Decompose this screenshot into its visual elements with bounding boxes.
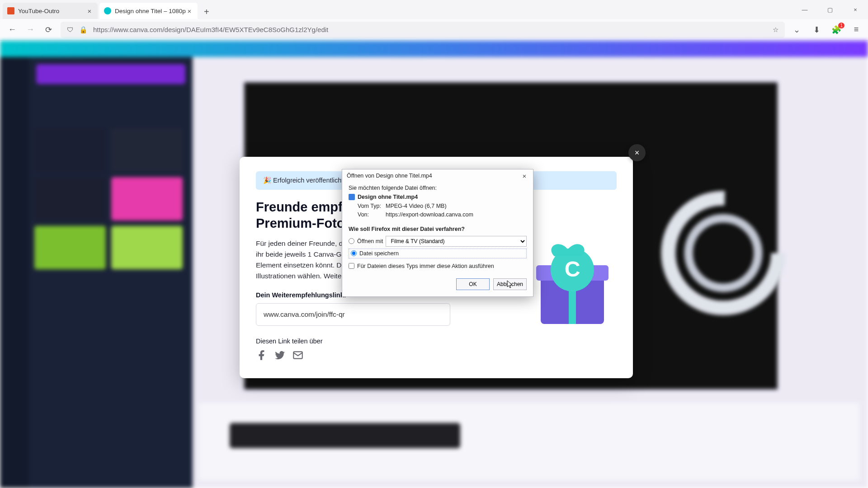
open-with-select[interactable]: Filme & TV (Standard)	[386, 236, 527, 247]
new-tab-button[interactable]: +	[199, 5, 214, 19]
tab-youtube-outro[interactable]: YouTube-Outro ×	[3, 3, 98, 19]
share-icons	[256, 349, 617, 361]
modal-close-button[interactable]: ×	[628, 144, 646, 161]
always-row[interactable]: Für Dateien dieses Typs immer diese Akti…	[349, 263, 527, 269]
save-file-radio[interactable]	[351, 250, 357, 256]
window-controls: — ▢ ×	[792, 0, 868, 19]
dialog-header: Öffnen von Design ohne Titel.mp4 ×	[342, 169, 533, 182]
minimize-button[interactable]: —	[792, 0, 817, 19]
url-text: https://www.canva.com/design/DAEuIm3fI4/…	[93, 26, 328, 33]
firefox-download-dialog: Öffnen von Design ohne Titel.mp4 × Sie m…	[342, 169, 533, 297]
save-file-label: Datei speichern	[359, 250, 399, 257]
dialog-close-button[interactable]: ×	[520, 172, 528, 180]
svg-point-0	[668, 198, 778, 308]
pocket-icon[interactable]: ⌄	[791, 24, 802, 35]
referral-link-input[interactable]: www.canva.com/join/ffc-qr	[256, 303, 450, 326]
canvas-graphic	[651, 181, 796, 325]
dialog-intro: Sie möchten folgende Datei öffnen:	[349, 185, 527, 191]
forward-button[interactable]: →	[24, 24, 36, 36]
dialog-options: Öffnen mit Filme & TV (Standard) Datei s…	[349, 236, 527, 269]
banner-text: 🎉 Erfolgreich veröffentlicht. F	[263, 177, 351, 184]
referral-link-value: www.canva.com/join/ffc-qr	[264, 310, 345, 319]
ok-button[interactable]: OK	[456, 278, 490, 290]
favicon-icon	[104, 7, 111, 14]
twitter-icon[interactable]	[274, 349, 286, 361]
dialog-buttons: OK Abbrechen	[342, 274, 533, 296]
tab-canva-design[interactable]: Design ohne Titel – 1080p ×	[99, 3, 198, 19]
address-bar[interactable]: 🛡 🔒 https://www.canva.com/design/DAEuIm3…	[61, 22, 785, 38]
close-icon[interactable]: ×	[86, 7, 93, 14]
shield-icon: 🛡	[67, 26, 74, 33]
filename-text: Design ohne Titel.mp4	[358, 194, 418, 200]
browser-toolbar: ← → ⟳ 🛡 🔒 https://www.canva.com/design/D…	[0, 19, 868, 41]
dialog-question: Wie soll Firefox mit dieser Datei verfah…	[349, 226, 527, 232]
lock-icon: 🔒	[79, 26, 88, 34]
from-label: Von:	[358, 211, 386, 219]
mail-icon[interactable]	[292, 349, 304, 361]
maximize-button[interactable]: ▢	[817, 0, 843, 19]
menu-icon[interactable]: ≡	[851, 24, 862, 35]
always-checkbox[interactable]	[349, 263, 354, 269]
close-window-button[interactable]: ×	[843, 0, 868, 19]
close-icon[interactable]: ×	[186, 7, 193, 14]
reload-button[interactable]: ⟳	[42, 24, 54, 36]
heading-line: Premium-Fotos.	[256, 216, 356, 230]
tab-label: YouTube-Outro	[18, 8, 86, 14]
cancel-button[interactable]: Abbrechen	[493, 278, 527, 290]
dialog-title: Öffnen von Design ohne Titel.mp4	[347, 173, 520, 179]
share-via-label: Diesen Link teilen über	[256, 338, 617, 345]
extension-icon[interactable]: 🧩1	[831, 24, 842, 35]
gift-illustration: C	[527, 234, 618, 328]
bookmark-icon[interactable]: ☆	[773, 26, 778, 34]
toolbar-icons: ⌄ ⬇ 🧩1 ≡	[791, 24, 862, 35]
open-with-row[interactable]: Öffnen mit Filme & TV (Standard)	[349, 236, 527, 247]
extension-badge: 1	[838, 23, 844, 28]
svg-text:C: C	[565, 257, 580, 281]
window-titlebar: YouTube-Outro × Design ohne Titel – 1080…	[0, 0, 868, 19]
downloads-icon[interactable]: ⬇	[811, 24, 822, 35]
file-icon	[349, 194, 355, 200]
favicon-icon	[7, 7, 14, 14]
dialog-filename: Design ohne Titel.mp4	[349, 194, 527, 200]
tab-label: Design ohne Titel – 1080p	[115, 8, 186, 14]
from-value: https://export-download.canva.com	[386, 211, 473, 218]
type-value: MPEG-4 Video (6,7 MB)	[386, 203, 447, 209]
facebook-icon[interactable]	[256, 349, 268, 361]
open-with-radio[interactable]	[349, 238, 354, 244]
heading-line: Freunde empfe	[256, 200, 350, 214]
back-button[interactable]: ←	[6, 24, 18, 36]
always-label: Für Dateien dieses Typs immer diese Akti…	[357, 263, 494, 269]
save-file-row[interactable]: Datei speichern	[349, 249, 527, 258]
svg-point-1	[689, 218, 758, 288]
file-meta: Vom Typ:MPEG-4 Video (6,7 MB) Von:https:…	[358, 202, 527, 220]
open-with-label: Öffnen mit	[357, 238, 383, 244]
type-label: Vom Typ:	[358, 202, 386, 211]
